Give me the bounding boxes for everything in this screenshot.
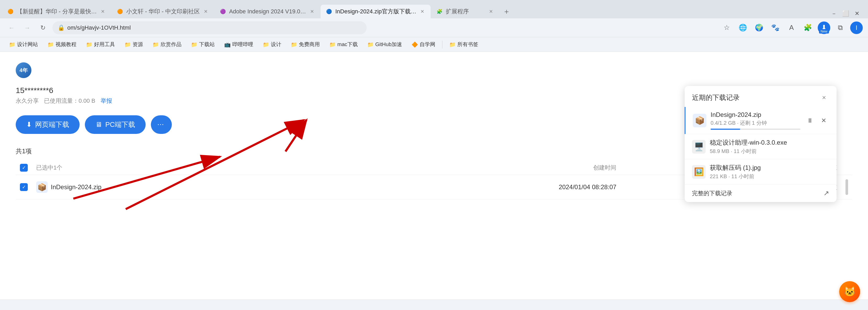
tab-2-close[interactable]: ✕ [203, 8, 209, 15]
back-button[interactable]: ← [5, 22, 18, 34]
bookmark-design[interactable]: 📁 设计 [259, 39, 285, 50]
tab-extensions[interactable]: 🧩 扩展程序 ✕ [431, 5, 499, 18]
bookmark-video[interactable]: 📁 视频教程 [44, 39, 80, 50]
main-content: 4年 15********6 永久分享 已使用流量：0.00 B 举报 ⬇ 网页… [0, 52, 868, 300]
more-download-button[interactable]: ⋯ [151, 115, 172, 134]
bookmark-design-sites[interactable]: 📁 设计网站 [5, 39, 42, 50]
corner-cat-icon[interactable]: 🐱 [839, 281, 860, 302]
tab-3-title: Adobe Indesign 2024 V19.0… [229, 8, 306, 15]
minimize-button[interactable]: － [829, 9, 839, 18]
download-item-1-info: InDesign-2024.zip 0.4/1.2 GB · 还剩 1 分钟 [711, 111, 800, 130]
download-panel: 近期的下载记录 × 📦 InDesign-2024.zip 0.4/1.2 GB… [685, 86, 837, 202]
download-item-2-icon: 🖥️ [692, 140, 706, 154]
download-item-1-actions: ⏸ ✕ [805, 115, 829, 126]
tab-2[interactable]: 🟠 小文轩 - 华印 - 中文印刷社区 ✕ [112, 5, 214, 18]
bookmark-icon-btn[interactable]: ☆ [720, 22, 733, 34]
bookmark-all[interactable]: 📁 所有书签 [445, 39, 482, 50]
tab-bar: 🟠 【新提醒】华印 - 分享是最快… ✕ 🟠 小文轩 - 华印 - 中文印刷社区… [0, 0, 868, 18]
folder-icon-9: 📁 [291, 41, 297, 48]
tab-1[interactable]: 🟠 【新提醒】华印 - 分享是最快… ✕ [2, 5, 111, 18]
panel-close-button[interactable]: × [819, 92, 829, 103]
bookmark-mac-download[interactable]: 📁 mac下载 [326, 39, 362, 50]
tab-4-close[interactable]: ✕ [419, 8, 426, 15]
profile-icon[interactable]: I [850, 22, 863, 34]
tab-1-favicon: 🟠 [7, 8, 14, 15]
bookmark-label-3: 好用工具 [94, 41, 115, 48]
bookmark-showcase[interactable]: 📁 欣赏作品 [149, 39, 185, 50]
scrollbar-thumb[interactable] [845, 179, 848, 195]
address-bar-row: ← → ↻ 🔒 om/s/gHavjv-1OVtH.html ☆ 🌐 🌍 🐾 A… [0, 18, 868, 37]
external-link-icon[interactable]: ↗ [824, 189, 829, 197]
download-item-2: 🖥️ 稳定设计助理-win-0.3.0.exe 58.9 MB · 11 小时前 [685, 134, 837, 159]
cancel-download-button[interactable]: ✕ [818, 115, 829, 126]
lock-icon: 🔒 [58, 24, 65, 31]
bookmark-self-learn[interactable]: 🔶 自学网 [408, 39, 439, 50]
folder-icon-5: 📁 [152, 41, 159, 48]
row-checkbox-cell: ✓ [16, 175, 32, 199]
pc-download-button[interactable]: 🖥 PC端下载 [85, 115, 146, 134]
download-web-icon: ⬇ [26, 121, 32, 129]
font-icon[interactable]: A [785, 22, 798, 34]
bookmark-downloads[interactable]: 📁 下载站 [187, 39, 218, 50]
bookmark-label-2: 视频教程 [56, 41, 76, 48]
folder-icon-10: 📁 [329, 41, 336, 48]
bookmark-free-commercial[interactable]: 📁 免费商用 [287, 39, 323, 50]
more-icon: ⋯ [157, 121, 164, 129]
refresh-button[interactable]: ↻ [37, 22, 49, 34]
translate-icon[interactable]: 🌐 [737, 22, 749, 34]
download-item-2-meta: 58.9 MB · 11 小时前 [710, 148, 829, 155]
download-button[interactable]: ⬇ New [818, 22, 830, 34]
bookmark-label-10: mac下载 [337, 41, 358, 48]
bookmark-label-9: 免费商用 [299, 41, 320, 48]
tab-4-active[interactable]: 🔵 InDesign-2024.zip官方版下载… ✕ [320, 5, 430, 18]
share-traffic-label: 已使用流量：0.00 B [44, 97, 95, 105]
bookmark-resources[interactable]: 📁 资源 [121, 39, 147, 50]
col-header-scroll [841, 161, 852, 175]
web-download-button[interactable]: ⬇ 网页端下载 [16, 115, 80, 134]
year-badge: 4年 [16, 62, 31, 78]
download-item-2-name: 稳定设计助理-win-0.3.0.exe [710, 138, 829, 147]
bookmark-label-8: 设计 [271, 41, 281, 48]
cat-emoji: 🐱 [844, 286, 856, 297]
download-item-3-icon: 🖼️ [692, 165, 706, 179]
download-item-3-info: 获取解压码 (1).jpg 221 KB · 11 小时前 [710, 163, 829, 180]
web-download-label: 网页端下载 [35, 120, 69, 129]
panel-footer: 完整的下载记录 ↗ [685, 184, 837, 202]
tab-ext-close[interactable]: ✕ [488, 8, 495, 15]
full-history-link[interactable]: 完整的下载记录 [692, 189, 732, 197]
tab-ext-favicon: 🧩 [436, 8, 443, 15]
tab-1-close[interactable]: ✕ [99, 8, 106, 15]
split-view-icon[interactable]: ⧉ [834, 22, 846, 34]
currency-icon[interactable]: 🌍 [753, 22, 765, 34]
paw-icon[interactable]: 🐾 [769, 22, 781, 34]
browser-window: 🟠 【新提醒】华印 - 分享是最快… ✕ 🟠 小文轩 - 华印 - 中文印刷社区… [0, 0, 868, 310]
tab-3-close[interactable]: ✕ [309, 8, 315, 15]
extensions-icon[interactable]: 🧩 [802, 22, 814, 34]
toolbar-icons: ☆ 🌐 🌍 🐾 A 🧩 ⬇ New ⧉ I [720, 22, 863, 34]
window-controls: － ⬜ ✕ [825, 9, 866, 18]
restore-button[interactable]: ⬜ [841, 9, 850, 18]
file-name-cell: 📦 InDesign-2024.zip [36, 181, 338, 193]
bookmark-label-11: GitHub加速 [375, 41, 402, 48]
folder-icon-11: 📁 [367, 41, 374, 48]
address-url: om/s/gHavjv-1OVtH.html [67, 24, 362, 31]
bookmark-label-6: 下载站 [199, 41, 215, 48]
bookmark-label-5: 欣赏作品 [160, 41, 182, 48]
forward-button[interactable]: → [21, 22, 33, 34]
new-tab-button[interactable]: ＋ [500, 5, 514, 18]
folder-icon-12: 🔶 [411, 41, 418, 48]
bookmark-github[interactable]: 📁 GitHub加速 [364, 39, 406, 50]
progress-bar-fill [711, 129, 740, 130]
download-item-3-name: 获取解压码 (1).jpg [710, 163, 829, 172]
tab-3[interactable]: 🟣 Adobe Indesign 2024 V19.0… ✕ [215, 5, 320, 18]
panel-header: 近期的下载记录 × [685, 86, 837, 107]
bookmark-tools[interactable]: 📁 好用工具 [82, 39, 119, 50]
row-checkbox[interactable]: ✓ [20, 183, 28, 191]
bookmark-bilibili[interactable]: 📺 哔哩哔哩 [220, 39, 257, 50]
report-link[interactable]: 举报 [100, 97, 112, 105]
close-button[interactable]: ✕ [852, 9, 862, 18]
pause-button[interactable]: ⏸ [805, 115, 816, 126]
year-badge-text: 4年 [20, 67, 28, 74]
address-bar[interactable]: 🔒 om/s/gHavjv-1OVtH.html [52, 21, 367, 34]
select-all-checkbox[interactable]: ✓ [20, 164, 28, 172]
